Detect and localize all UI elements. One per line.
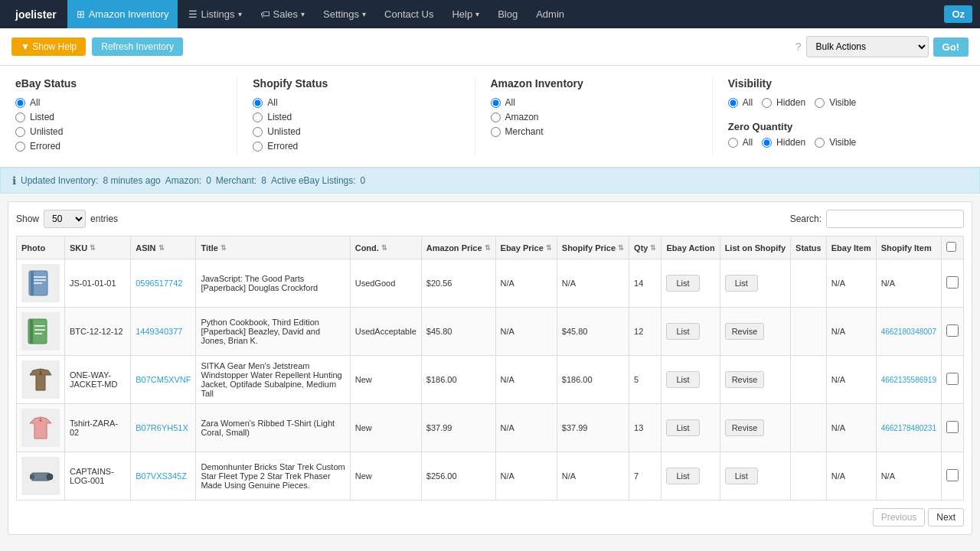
col-ebay-action: Ebay Action: [662, 236, 720, 259]
shopify-price-value: $45.80: [562, 327, 588, 336]
asin-link[interactable]: B07VXS345Z: [136, 471, 187, 481]
shopify-item-value: N/A: [881, 471, 895, 481]
entries-select[interactable]: 10 25 50 100: [44, 210, 86, 228]
amazon-label: Amazon:: [165, 175, 201, 186]
list-ebay-button[interactable]: List: [666, 468, 699, 484]
qty-value: 7: [634, 471, 639, 481]
qty-value: 5: [634, 375, 639, 384]
ebay-price-value: N/A: [501, 375, 514, 384]
amazon-price-cell: $256.00: [421, 452, 495, 500]
list-shopify-button[interactable]: List: [725, 468, 758, 484]
shopify-item-link[interactable]: 4662180348007: [881, 328, 936, 336]
go-button[interactable]: Go!: [933, 37, 969, 57]
revise-shopify-button[interactable]: Revise: [725, 323, 765, 340]
row-checkbox[interactable]: [946, 324, 959, 337]
ebay-listings-count: 0: [361, 175, 366, 186]
amazon-amazon[interactable]: Amazon: [491, 112, 697, 122]
shopify-item-cell: 4662178480231: [876, 404, 941, 452]
asin-link[interactable]: B07R6YH51X: [136, 423, 188, 432]
list-ebay-button[interactable]: List: [666, 323, 699, 340]
ebay-status-unlisted[interactable]: Unlisted: [15, 126, 221, 137]
title-cell: Python Cookbook, Third Edition [Paperbac…: [196, 308, 350, 356]
row-checkbox[interactable]: [946, 421, 959, 433]
amazon-merchant[interactable]: Merchant: [491, 126, 697, 137]
ebay-status-listed[interactable]: Listed: [15, 112, 221, 122]
merchant-count: 8: [261, 175, 266, 186]
asin-link[interactable]: B07CM5XVNF: [136, 375, 191, 384]
nav-amazon-inventory[interactable]: ⊞ Amazon Inventory: [67, 0, 178, 28]
toolbar-right: ? Bulk Actions List on eBay Delist from …: [795, 36, 969, 57]
nav-sales[interactable]: 🏷 Sales ▾: [253, 0, 313, 28]
visibility-hidden[interactable]: Hidden: [762, 97, 805, 108]
ebay-action-cell: List: [662, 404, 720, 452]
ebay-status-all[interactable]: All: [15, 97, 221, 108]
avatar-button[interactable]: Oz: [944, 5, 972, 23]
bulk-actions-select[interactable]: Bulk Actions List on eBay Delist from eB…: [806, 36, 929, 57]
help-icon[interactable]: ?: [795, 41, 802, 53]
amazon-all[interactable]: All: [491, 97, 697, 108]
shopify-item-link[interactable]: 4662178480231: [881, 424, 936, 432]
col-sku[interactable]: SKU ⇅: [65, 236, 131, 259]
visibility-all[interactable]: All: [728, 97, 753, 108]
list-ebay-button[interactable]: List: [666, 419, 699, 436]
amazon-price-value: $20.56: [426, 279, 452, 288]
qty-cell: 14: [629, 259, 662, 308]
refresh-inventory-button[interactable]: Refresh Inventory: [92, 37, 183, 56]
asin-cell: 1449340377: [131, 308, 196, 356]
svg-rect-6: [30, 319, 33, 344]
ebay-status-errored[interactable]: Errored: [15, 141, 221, 152]
shopify-status-all[interactable]: All: [253, 97, 459, 108]
revise-shopify-button[interactable]: Revise: [725, 371, 765, 388]
nav-listings[interactable]: ☰ Listings ▾: [181, 0, 249, 28]
sku-value: CAPTAINS-LOG-001: [70, 467, 114, 485]
col-qty[interactable]: Qty ⇅: [629, 236, 662, 259]
search-input[interactable]: [826, 210, 964, 228]
asin-link[interactable]: 1449340377: [136, 327, 182, 336]
sku-cell: Tshirt-ZARA-02: [65, 404, 131, 452]
col-amazon-price[interactable]: Amazon Price ⇅: [421, 236, 495, 259]
list-shopify-button[interactable]: List: [725, 275, 758, 292]
col-checkbox-header[interactable]: [941, 236, 963, 259]
amazon-inventory-title: Amazon Inventory: [491, 77, 697, 90]
asin-link[interactable]: 0596517742: [136, 279, 182, 288]
shopify-price-value: $186.00: [562, 375, 593, 384]
shopify-status-listed[interactable]: Listed: [253, 112, 459, 122]
shopify-price-cell: N/A: [557, 259, 629, 308]
list-ebay-button[interactable]: List: [666, 371, 699, 388]
shopify-price-value: N/A: [562, 471, 576, 481]
shopify-item-link[interactable]: 4662135586919: [881, 376, 936, 384]
shopify-status-unlisted[interactable]: Unlisted: [253, 126, 459, 137]
col-title[interactable]: Title ⇅: [196, 236, 350, 259]
zero-qty-hidden[interactable]: Hidden: [762, 137, 805, 148]
col-ebay-price[interactable]: Ebay Price ⇅: [495, 236, 557, 259]
qty-value: 12: [634, 327, 643, 336]
previous-button[interactable]: Previous: [873, 508, 926, 527]
shopify-price-cell: $37.99: [557, 404, 629, 452]
col-condition[interactable]: Cond. ⇅: [350, 236, 421, 259]
list-ebay-button[interactable]: List: [666, 275, 699, 292]
condition-value: New: [355, 423, 372, 432]
row-checkbox[interactable]: [946, 373, 959, 385]
revise-shopify-button[interactable]: Revise: [725, 419, 765, 436]
select-all-checkbox[interactable]: [946, 242, 956, 252]
zero-qty-all[interactable]: All: [728, 137, 753, 148]
nav-admin[interactable]: Admin: [528, 0, 572, 28]
next-button[interactable]: Next: [928, 508, 964, 527]
ebay-status-title: eBay Status: [15, 77, 221, 90]
navbar: joelister ⊞ Amazon Inventory ☰ Listings …: [0, 0, 980, 28]
row-checkbox[interactable]: [946, 276, 959, 289]
row-checkbox[interactable]: [946, 469, 959, 481]
col-shopify-price[interactable]: Shopify Price ⇅: [557, 236, 629, 259]
zero-qty-visible[interactable]: Visible: [815, 137, 856, 148]
row-checkbox-cell: [941, 356, 963, 404]
ebay-item-value: N/A: [831, 327, 845, 336]
nav-settings[interactable]: Settings ▾: [315, 0, 374, 28]
shopify-action-cell: List: [720, 452, 790, 500]
show-help-button[interactable]: ▼ Show Help: [11, 37, 86, 56]
nav-contact[interactable]: Contact Us: [377, 0, 441, 28]
visibility-visible[interactable]: Visible: [815, 97, 856, 108]
col-asin[interactable]: ASIN ⇅: [131, 236, 196, 259]
shopify-status-errored[interactable]: Errored: [253, 141, 459, 152]
nav-help[interactable]: Help ▾: [444, 0, 487, 28]
nav-blog[interactable]: Blog: [490, 0, 525, 28]
